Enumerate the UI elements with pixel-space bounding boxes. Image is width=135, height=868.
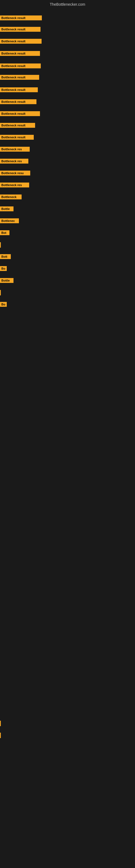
bottleneck-bar: Bottleneck res [0, 147, 30, 152]
bottleneck-bar: Bottle [0, 278, 13, 283]
bottleneck-bar: Bottleneck result [0, 99, 37, 104]
bottleneck-bar: Bottlenec [0, 218, 19, 223]
bottleneck-bar: Bottleneck result [0, 75, 39, 80]
bottleneck-bar: Bottleneck res [0, 159, 28, 163]
bottleneck-line [0, 733, 1, 738]
bottleneck-line [0, 290, 1, 296]
bottleneck-line [0, 721, 1, 726]
bottleneck-bar: Bottleneck result [0, 135, 34, 140]
bottleneck-bar: Bott [0, 254, 11, 259]
bottleneck-bar: Bo [0, 266, 7, 271]
bottleneck-bar: Bottleneck result [0, 16, 42, 20]
bottleneck-bar: Bottleneck result [0, 111, 40, 116]
bottleneck-bar: Bottleneck resu [0, 170, 30, 176]
bottleneck-bar: Bo [0, 302, 7, 307]
bottleneck-bar: Bottleneck result [0, 39, 42, 44]
bottleneck-bar: Bottleneck result [0, 27, 41, 32]
bottleneck-bar: Bottleneck result [0, 51, 40, 56]
bottleneck-line [0, 242, 1, 248]
site-title: TheBottlenecker.com [0, 0, 135, 8]
bottleneck-bar: Bot [0, 230, 9, 235]
bottleneck-bar: Bottle [0, 207, 13, 211]
bottleneck-bar: Bottleneck [0, 194, 21, 199]
bottleneck-bar: Bottleneck result [0, 87, 38, 92]
bottleneck-bar: Bottleneck result [0, 123, 35, 128]
bottleneck-bar: Bottleneck res [0, 183, 29, 187]
bottleneck-bar: Bottleneck result [0, 63, 41, 68]
